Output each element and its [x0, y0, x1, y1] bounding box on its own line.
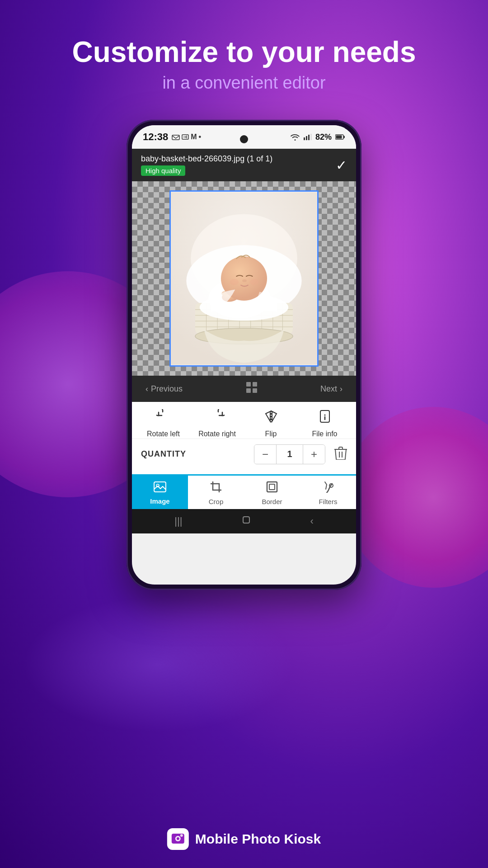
image-preview[interactable] [169, 190, 319, 367]
svg-rect-52 [269, 484, 275, 490]
svg-rect-8 [310, 134, 312, 140]
tab-crop-label: Crop [209, 498, 224, 505]
grid-button[interactable] [246, 382, 258, 396]
quantity-increase-button[interactable]: + [303, 445, 325, 464]
svg-rect-51 [267, 482, 277, 492]
navigation-bar: ‹ Previous Next › [132, 376, 356, 402]
svg-point-36 [230, 279, 239, 285]
tab-crop[interactable]: Crop [188, 476, 244, 509]
rotate-left-label: Rotate left [147, 429, 180, 438]
file-info-icon [318, 409, 332, 427]
file-info-label: File info [312, 429, 337, 438]
file-info-tool[interactable]: File info [305, 409, 345, 438]
svg-rect-0 [172, 135, 179, 140]
svg-point-58 [180, 834, 183, 837]
flip-tool[interactable]: Flip [251, 409, 291, 438]
camera-dot [240, 135, 248, 143]
svg-rect-39 [253, 382, 257, 387]
prev-button[interactable]: ‹ Previous [145, 384, 183, 394]
brand-name: Mobile Photo Kiosk [195, 831, 321, 847]
svg-rect-54 [243, 517, 249, 523]
crop-tab-icon [210, 481, 222, 496]
filters-tab-icon [322, 481, 334, 496]
svg-rect-7 [308, 135, 310, 140]
rotate-right-tool[interactable]: Rotate right [197, 409, 238, 438]
rotate-left-icon [156, 409, 171, 427]
tools-area: Rotate left Rotate right Fli [132, 402, 356, 474]
filename-text: baby-basket-bed-266039.jpg (1 of 1) [141, 154, 272, 164]
page-subtitle: in a convenient editor [162, 73, 325, 93]
tab-filters[interactable]: Filters [300, 476, 356, 509]
svg-rect-40 [246, 388, 251, 393]
confirm-button[interactable]: ✓ [336, 157, 347, 173]
quality-badge: High quality [141, 165, 185, 176]
branding: Mobile Photo Kiosk [167, 828, 321, 850]
battery-text: 82% [315, 132, 332, 142]
quantity-row: QUANTITY − 1 + [132, 439, 356, 470]
back-nav-icon[interactable]: ‹ [310, 515, 313, 527]
brand-logo [167, 828, 189, 850]
quantity-control: − 1 + [254, 444, 325, 464]
svg-point-57 [177, 837, 179, 840]
rotate-right-label: Rotate right [198, 429, 236, 438]
svg-point-37 [250, 279, 259, 285]
svg-rect-41 [253, 388, 257, 393]
svg-rect-49 [154, 482, 166, 492]
tab-filters-label: Filters [319, 498, 338, 505]
delete-button[interactable] [334, 446, 347, 462]
status-time: 12:38 [143, 131, 168, 143]
tab-border-label: Border [262, 498, 282, 505]
tab-image[interactable]: Image [132, 476, 188, 509]
svg-rect-11 [336, 136, 342, 139]
next-button[interactable]: Next › [320, 384, 343, 394]
app-topbar: baby-basket-bed-266039.jpg (1 of 1) High… [132, 149, 356, 181]
quantity-decrease-button[interactable]: − [254, 445, 276, 464]
flip-label: Flip [265, 429, 277, 438]
svg-rect-6 [306, 136, 307, 140]
android-nav: ||| ‹ [132, 509, 356, 533]
svg-rect-5 [304, 137, 305, 140]
quantity-value: 1 [276, 445, 303, 464]
rotate-left-tool[interactable]: Rotate left [143, 409, 184, 438]
tab-bar: Image Crop Border [132, 474, 356, 509]
page-title: Customize to your needs [72, 36, 416, 68]
rotate-right-icon [210, 409, 225, 427]
image-canvas [132, 181, 356, 376]
status-notification-icons: M • [172, 133, 201, 141]
quantity-label: QUANTITY [141, 449, 186, 459]
border-tab-icon [266, 481, 278, 496]
phone-mockup: 12:38 M • 82% [127, 120, 361, 590]
tab-border[interactable]: Border [244, 476, 300, 509]
svg-point-44 [324, 415, 325, 416]
image-tab-icon [154, 481, 166, 495]
svg-point-35 [242, 279, 247, 282]
svg-rect-10 [343, 136, 345, 138]
tab-image-label: Image [150, 497, 169, 505]
flip-icon [264, 409, 278, 427]
menu-nav-icon[interactable]: ||| [174, 515, 182, 527]
home-nav-icon[interactable] [240, 514, 252, 528]
svg-rect-38 [246, 382, 251, 387]
